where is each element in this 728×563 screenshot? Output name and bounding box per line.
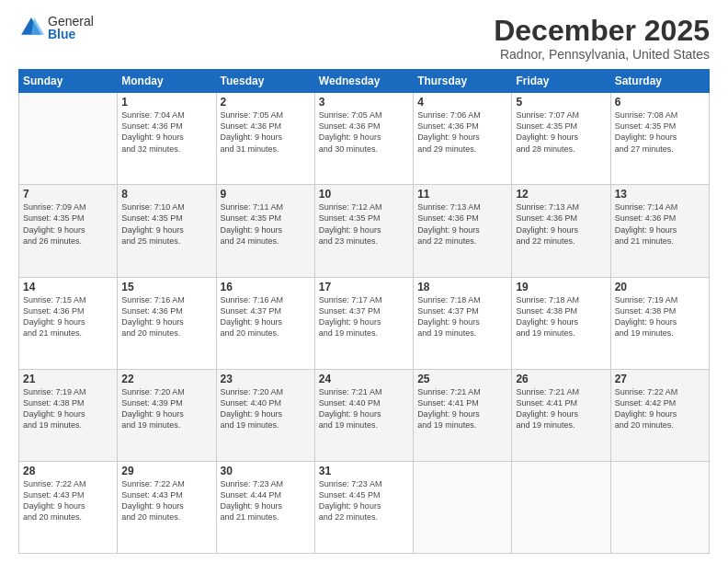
- col-friday: Friday: [512, 70, 610, 93]
- table-row: 3Sunrise: 7:05 AMSunset: 4:36 PMDaylight…: [314, 93, 413, 185]
- main-title: December 2025: [494, 15, 710, 47]
- day-number: 31: [319, 465, 409, 477]
- day-info: Sunrise: 7:18 AMSunset: 4:38 PMDaylight:…: [516, 294, 606, 339]
- day-info: Sunrise: 7:16 AMSunset: 4:37 PMDaylight:…: [221, 294, 311, 339]
- day-number: 30: [221, 465, 311, 477]
- table-row: 6Sunrise: 7:08 AMSunset: 4:35 PMDaylight…: [610, 93, 709, 185]
- table-row: 27Sunrise: 7:22 AMSunset: 4:42 PMDayligh…: [610, 369, 709, 461]
- day-number: 7: [23, 188, 113, 201]
- day-info: Sunrise: 7:04 AMSunset: 4:36 PMDaylight:…: [121, 109, 211, 155]
- table-row: [512, 461, 610, 553]
- table-row: 20Sunrise: 7:19 AMSunset: 4:38 PMDayligh…: [610, 277, 709, 369]
- day-number: 19: [516, 281, 606, 293]
- table-row: 13Sunrise: 7:14 AMSunset: 4:36 PMDayligh…: [610, 185, 709, 277]
- table-row: 15Sunrise: 7:16 AMSunset: 4:36 PMDayligh…: [118, 277, 216, 369]
- day-info: Sunrise: 7:19 AMSunset: 4:38 PMDaylight:…: [23, 386, 113, 431]
- day-info: Sunrise: 7:22 AMSunset: 4:42 PMDaylight:…: [615, 386, 705, 431]
- calendar-week-row: 28Sunrise: 7:22 AMSunset: 4:43 PMDayligh…: [19, 461, 710, 553]
- day-info: Sunrise: 7:13 AMSunset: 4:36 PMDaylight:…: [417, 201, 507, 247]
- day-number: 24: [319, 373, 409, 385]
- logo-icon: [18, 15, 44, 40]
- col-monday: Monday: [118, 70, 216, 93]
- table-row: 10Sunrise: 7:12 AMSunset: 4:35 PMDayligh…: [314, 185, 413, 277]
- day-number: 12: [516, 188, 606, 201]
- table-row: 18Sunrise: 7:18 AMSunset: 4:37 PMDayligh…: [414, 277, 512, 369]
- table-row: 31Sunrise: 7:23 AMSunset: 4:45 PMDayligh…: [314, 461, 413, 553]
- day-info: Sunrise: 7:05 AMSunset: 4:36 PMDaylight:…: [221, 109, 311, 155]
- table-row: 17Sunrise: 7:17 AMSunset: 4:37 PMDayligh…: [314, 277, 413, 369]
- table-row: 19Sunrise: 7:18 AMSunset: 4:38 PMDayligh…: [512, 277, 610, 369]
- table-row: 22Sunrise: 7:20 AMSunset: 4:39 PMDayligh…: [118, 369, 216, 461]
- day-info: Sunrise: 7:11 AMSunset: 4:35 PMDaylight:…: [221, 201, 311, 247]
- table-row: 2Sunrise: 7:05 AMSunset: 4:36 PMDaylight…: [216, 93, 314, 185]
- table-row: [19, 93, 118, 185]
- day-number: 28: [23, 465, 113, 477]
- day-info: Sunrise: 7:15 AMSunset: 4:36 PMDaylight:…: [23, 294, 113, 339]
- table-row: 28Sunrise: 7:22 AMSunset: 4:43 PMDayligh…: [19, 461, 118, 553]
- day-info: Sunrise: 7:05 AMSunset: 4:36 PMDaylight:…: [319, 109, 409, 155]
- day-info: Sunrise: 7:23 AMSunset: 4:45 PMDaylight:…: [319, 478, 409, 523]
- day-number: 17: [319, 281, 409, 293]
- table-row: [610, 461, 709, 553]
- svg-marker-1: [31, 17, 44, 35]
- subtitle: Radnor, Pennsylvania, United States: [494, 47, 710, 62]
- day-number: 13: [615, 188, 705, 201]
- table-row: 8Sunrise: 7:10 AMSunset: 4:35 PMDaylight…: [118, 185, 216, 277]
- day-number: 1: [121, 96, 211, 109]
- logo: General Blue: [18, 15, 94, 40]
- logo-general-label: General: [48, 15, 94, 28]
- table-row: 11Sunrise: 7:13 AMSunset: 4:36 PMDayligh…: [414, 185, 512, 277]
- day-number: 3: [319, 96, 409, 109]
- page: General Blue December 2025 Radnor, Penns…: [0, 0, 728, 563]
- day-info: Sunrise: 7:17 AMSunset: 4:37 PMDaylight:…: [319, 294, 409, 339]
- table-row: 14Sunrise: 7:15 AMSunset: 4:36 PMDayligh…: [19, 277, 118, 369]
- day-number: 22: [121, 373, 211, 385]
- table-row: 24Sunrise: 7:21 AMSunset: 4:40 PMDayligh…: [314, 369, 413, 461]
- table-row: 21Sunrise: 7:19 AMSunset: 4:38 PMDayligh…: [19, 369, 118, 461]
- calendar-header-row: Sunday Monday Tuesday Wednesday Thursday…: [19, 70, 710, 93]
- day-info: Sunrise: 7:19 AMSunset: 4:38 PMDaylight:…: [615, 294, 705, 339]
- day-number: 20: [615, 281, 705, 293]
- day-number: 18: [417, 281, 507, 293]
- day-info: Sunrise: 7:18 AMSunset: 4:37 PMDaylight:…: [417, 294, 507, 339]
- col-wednesday: Wednesday: [314, 70, 413, 93]
- day-number: 26: [516, 373, 606, 385]
- day-number: 16: [221, 281, 311, 293]
- day-info: Sunrise: 7:14 AMSunset: 4:36 PMDaylight:…: [615, 201, 705, 247]
- day-number: 10: [319, 188, 409, 201]
- day-info: Sunrise: 7:21 AMSunset: 4:41 PMDaylight:…: [516, 386, 606, 431]
- day-info: Sunrise: 7:20 AMSunset: 4:39 PMDaylight:…: [121, 386, 211, 431]
- day-info: Sunrise: 7:16 AMSunset: 4:36 PMDaylight:…: [121, 294, 211, 339]
- title-block: December 2025 Radnor, Pennsylvania, Unit…: [494, 15, 710, 62]
- day-number: 11: [417, 188, 507, 201]
- table-row: 30Sunrise: 7:23 AMSunset: 4:44 PMDayligh…: [216, 461, 314, 553]
- table-row: 26Sunrise: 7:21 AMSunset: 4:41 PMDayligh…: [512, 369, 610, 461]
- table-row: 29Sunrise: 7:22 AMSunset: 4:43 PMDayligh…: [118, 461, 216, 553]
- day-number: 25: [417, 373, 507, 385]
- day-number: 5: [516, 96, 606, 109]
- day-number: 8: [121, 188, 211, 201]
- table-row: 1Sunrise: 7:04 AMSunset: 4:36 PMDaylight…: [118, 93, 216, 185]
- day-info: Sunrise: 7:07 AMSunset: 4:35 PMDaylight:…: [516, 109, 606, 155]
- table-row: 5Sunrise: 7:07 AMSunset: 4:35 PMDaylight…: [512, 93, 610, 185]
- table-row: 23Sunrise: 7:20 AMSunset: 4:40 PMDayligh…: [216, 369, 314, 461]
- day-info: Sunrise: 7:21 AMSunset: 4:40 PMDaylight:…: [319, 386, 409, 431]
- day-info: Sunrise: 7:12 AMSunset: 4:35 PMDaylight:…: [319, 201, 409, 247]
- logo-blue-label: Blue: [48, 28, 94, 40]
- day-number: 14: [23, 281, 113, 293]
- day-info: Sunrise: 7:08 AMSunset: 4:35 PMDaylight:…: [615, 109, 705, 155]
- header: General Blue December 2025 Radnor, Penns…: [18, 15, 710, 62]
- day-number: 21: [23, 373, 113, 385]
- table-row: 12Sunrise: 7:13 AMSunset: 4:36 PMDayligh…: [512, 185, 610, 277]
- col-saturday: Saturday: [610, 70, 709, 93]
- day-number: 2: [221, 96, 311, 109]
- table-row: 9Sunrise: 7:11 AMSunset: 4:35 PMDaylight…: [216, 185, 314, 277]
- day-info: Sunrise: 7:20 AMSunset: 4:40 PMDaylight:…: [221, 386, 311, 431]
- day-number: 6: [615, 96, 705, 109]
- calendar-week-row: 14Sunrise: 7:15 AMSunset: 4:36 PMDayligh…: [19, 277, 710, 369]
- day-number: 27: [615, 373, 705, 385]
- day-info: Sunrise: 7:13 AMSunset: 4:36 PMDaylight:…: [516, 201, 606, 247]
- table-row: [414, 461, 512, 553]
- day-info: Sunrise: 7:06 AMSunset: 4:36 PMDaylight:…: [417, 109, 507, 155]
- table-row: 16Sunrise: 7:16 AMSunset: 4:37 PMDayligh…: [216, 277, 314, 369]
